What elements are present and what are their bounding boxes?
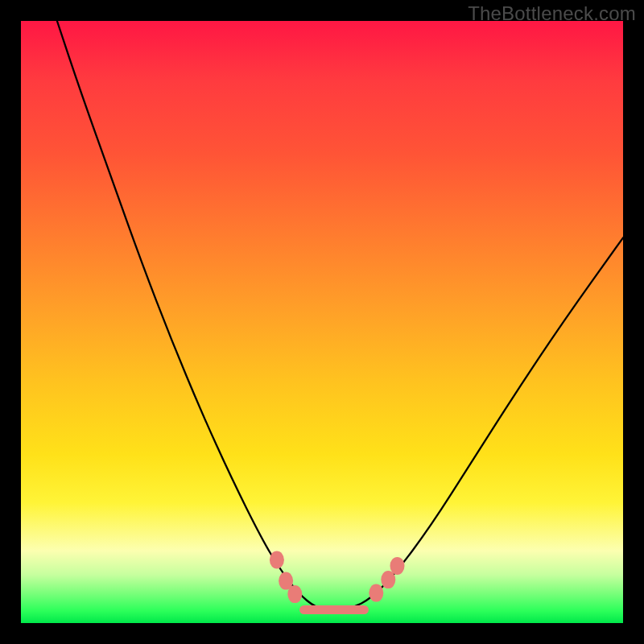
bottleneck-curve [57,21,623,610]
curve-layer [21,21,623,623]
right-bead-lower [369,584,383,602]
plot-area [21,21,623,623]
watermark-text: TheBottleneck.com [468,2,636,25]
right-bead-upper [390,557,405,575]
chart-frame: TheBottleneck.com [0,0,644,644]
left-bead-upper [270,551,284,569]
left-bead-lower [287,585,302,603]
curve-beads [270,551,405,604]
right-bead-mid [381,571,395,588]
